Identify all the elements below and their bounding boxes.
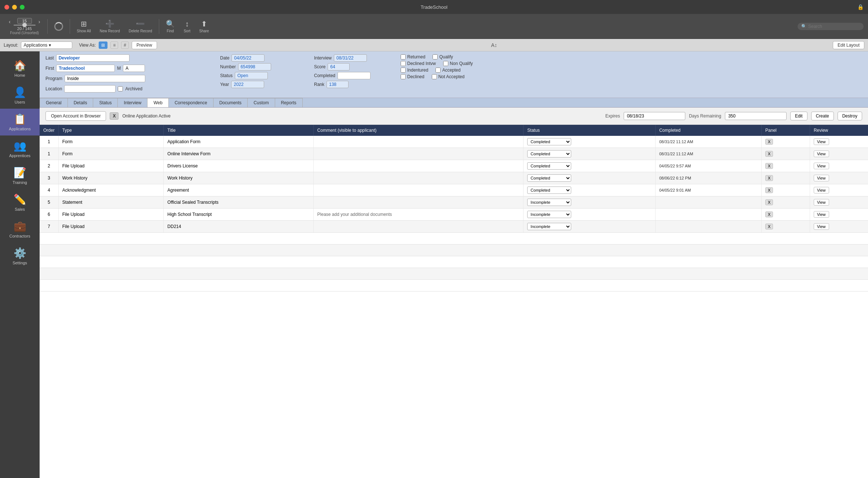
edit-layout-button[interactable]: Edit Layout bbox=[833, 41, 864, 49]
open-account-button[interactable]: Open Account in Browser bbox=[45, 111, 106, 121]
view-button[interactable]: View bbox=[814, 211, 829, 218]
tab-web[interactable]: Web bbox=[147, 98, 168, 107]
archived-checkbox[interactable] bbox=[118, 86, 123, 91]
sidebar-item-apprentices[interactable]: 👥 Apprentices bbox=[0, 135, 40, 162]
status-select[interactable]: Completed Incomplete bbox=[527, 162, 571, 170]
sidebar-item-users[interactable]: 👤 Users bbox=[0, 82, 40, 109]
cell-review[interactable]: View bbox=[810, 136, 868, 148]
destroy-button[interactable]: Destroy bbox=[838, 112, 862, 120]
cell-status[interactable]: Completed Incomplete bbox=[524, 209, 656, 221]
show-all-group[interactable]: ⊞ Show All bbox=[73, 19, 94, 33]
preview-button[interactable]: Preview bbox=[132, 41, 157, 49]
sidebar-item-sales[interactable]: ✏️ Sales bbox=[0, 189, 40, 216]
qualify-checkbox[interactable] bbox=[433, 54, 438, 59]
panel-x-button[interactable]: X bbox=[765, 175, 773, 181]
date-field[interactable] bbox=[231, 54, 265, 62]
cell-review[interactable]: View bbox=[810, 209, 868, 221]
completed-field[interactable] bbox=[338, 72, 371, 79]
cell-status[interactable]: Completed Incomplete bbox=[524, 136, 656, 148]
record-slider[interactable] bbox=[14, 25, 36, 26]
first-field[interactable] bbox=[56, 65, 115, 72]
view-button[interactable]: View bbox=[814, 151, 829, 157]
cell-status[interactable]: Completed Incomplete bbox=[524, 221, 656, 233]
cell-status[interactable]: Completed Incomplete bbox=[524, 160, 656, 172]
panel-x-button[interactable]: X bbox=[765, 224, 773, 229]
status-select[interactable]: Completed Incomplete bbox=[527, 174, 571, 182]
view-button[interactable]: View bbox=[814, 175, 829, 181]
year-field[interactable] bbox=[231, 81, 264, 88]
tab-documents[interactable]: Documents bbox=[214, 98, 248, 107]
declined-checkbox[interactable] bbox=[401, 74, 406, 79]
sidebar-item-home[interactable]: 🏠 Home bbox=[0, 55, 40, 82]
score-field[interactable] bbox=[328, 63, 350, 70]
tab-reports[interactable]: Reports bbox=[275, 98, 303, 107]
cell-panel[interactable]: X bbox=[762, 136, 810, 148]
cell-status[interactable]: Completed Incomplete bbox=[524, 196, 656, 209]
cell-panel[interactable]: X bbox=[762, 221, 810, 233]
panel-x-button[interactable]: X bbox=[765, 211, 773, 217]
status-select[interactable]: Completed Incomplete bbox=[527, 187, 571, 194]
non-qualify-checkbox[interactable] bbox=[443, 61, 448, 66]
number-field[interactable] bbox=[238, 63, 271, 70]
not-accepted-checkbox[interactable] bbox=[432, 74, 437, 79]
sidebar-item-settings[interactable]: ⚙️ Settings bbox=[0, 243, 40, 269]
maximize-button[interactable] bbox=[20, 5, 25, 10]
days-remaining-field[interactable] bbox=[725, 112, 787, 120]
view-table-button[interactable]: # bbox=[121, 41, 129, 49]
prev-record-button[interactable]: ‹ bbox=[7, 18, 12, 25]
next-record-button[interactable]: › bbox=[37, 18, 42, 25]
create-button[interactable]: Create bbox=[811, 112, 834, 120]
sort-group[interactable]: ↕ Sort bbox=[180, 20, 194, 33]
tab-correspondence[interactable]: Correspondence bbox=[169, 98, 214, 107]
view-list-button[interactable]: ≡ bbox=[110, 41, 118, 49]
sidebar-item-contractors[interactable]: 💼 Contractors bbox=[0, 216, 40, 243]
cell-panel[interactable]: X bbox=[762, 196, 810, 209]
layout-select[interactable]: Applications ▾ bbox=[21, 41, 72, 49]
cell-panel[interactable]: X bbox=[762, 209, 810, 221]
share-group[interactable]: ⬆ Share bbox=[196, 19, 213, 33]
cell-panel[interactable]: X bbox=[762, 184, 810, 196]
interview-field[interactable] bbox=[334, 54, 367, 62]
cell-panel[interactable]: X bbox=[762, 148, 810, 160]
cell-review[interactable]: View bbox=[810, 221, 868, 233]
tab-status[interactable]: Status bbox=[93, 98, 118, 107]
cell-panel[interactable]: X bbox=[762, 160, 810, 172]
x-button[interactable]: X bbox=[110, 112, 118, 120]
status-select[interactable]: Completed Incomplete bbox=[527, 211, 571, 218]
tab-custom[interactable]: Custom bbox=[248, 98, 275, 107]
returned-checkbox[interactable] bbox=[401, 54, 406, 59]
search-box[interactable]: 🔍 bbox=[798, 23, 864, 30]
view-button[interactable]: View bbox=[814, 223, 829, 230]
view-form-button[interactable]: ⊞ bbox=[99, 41, 107, 49]
search-input[interactable] bbox=[808, 24, 860, 29]
close-button[interactable] bbox=[4, 5, 9, 10]
sidebar-item-training[interactable]: 📝 Training bbox=[0, 162, 40, 189]
status-select[interactable]: Completed Incomplete bbox=[527, 150, 571, 157]
panel-x-button[interactable]: X bbox=[765, 139, 773, 145]
indentured-checkbox[interactable] bbox=[401, 68, 406, 73]
minimize-button[interactable] bbox=[12, 5, 17, 10]
panel-x-button[interactable]: X bbox=[765, 199, 773, 205]
cell-status[interactable]: Completed Incomplete bbox=[524, 184, 656, 196]
panel-x-button[interactable]: X bbox=[765, 163, 773, 169]
cell-review[interactable]: View bbox=[810, 196, 868, 209]
cell-status[interactable]: Completed Incomplete bbox=[524, 148, 656, 160]
panel-x-button[interactable]: X bbox=[765, 151, 773, 157]
new-record-group[interactable]: ➕ New Record bbox=[96, 19, 124, 33]
status-select[interactable]: Completed Incomplete bbox=[527, 138, 571, 145]
delete-record-group[interactable]: ➖ Delete Record bbox=[125, 19, 156, 33]
cell-review[interactable]: View bbox=[810, 160, 868, 172]
declined-intvw-checkbox[interactable] bbox=[401, 61, 406, 66]
rank-field[interactable] bbox=[327, 81, 349, 88]
status-field[interactable] bbox=[235, 72, 268, 79]
cell-status[interactable]: Completed Incomplete bbox=[524, 172, 656, 184]
view-button[interactable]: View bbox=[814, 163, 829, 169]
view-button[interactable]: View bbox=[814, 199, 829, 206]
cell-review[interactable]: View bbox=[810, 172, 868, 184]
location-field[interactable] bbox=[64, 85, 116, 93]
sidebar-item-applications[interactable]: 📋 Applications bbox=[0, 109, 40, 135]
find-group[interactable]: 🔍 Find bbox=[162, 19, 179, 33]
initial-field[interactable] bbox=[123, 65, 145, 72]
panel-x-button[interactable]: X bbox=[765, 187, 773, 193]
status-select[interactable]: Completed Incomplete bbox=[527, 223, 571, 230]
